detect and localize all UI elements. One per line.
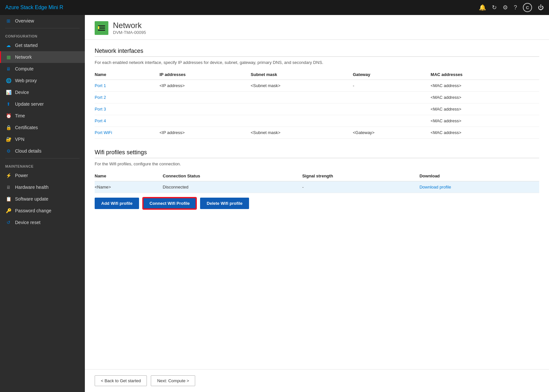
help-icon[interactable]: ? xyxy=(514,5,517,10)
sidebar-item-certificates[interactable]: 🔒 Certificates xyxy=(0,122,85,133)
sidebar-item-web-proxy-label: Web proxy xyxy=(15,78,37,83)
power-icon[interactable]: ⏻ xyxy=(538,5,544,10)
sidebar-item-vpn[interactable]: 🔐 VPN xyxy=(0,133,85,145)
sidebar-item-software-update[interactable]: 📋 Software update xyxy=(0,193,85,205)
sidebar-item-password-change[interactable]: 🔑 Password change xyxy=(0,205,85,217)
sidebar-item-overview-label: Overview xyxy=(15,18,34,23)
bell-icon[interactable]: 🔔 xyxy=(479,5,486,10)
sidebar-item-time-label: Time xyxy=(15,113,25,118)
network-interfaces-divider xyxy=(95,56,539,57)
port3-ip xyxy=(160,103,251,115)
topbar: Azure Stack Edge Mini R 🔔 ↻ ⚙ ? C ⏻ xyxy=(0,0,549,15)
network-interfaces-table: Name IP addresses Subnet mask Gateway MA… xyxy=(95,69,539,139)
sidebar: ⊞ Overview CONFIGURATION ☁ Get started ▦… xyxy=(0,15,85,392)
sidebar-item-update-server-label: Update server xyxy=(15,101,44,107)
refresh-icon[interactable]: ↻ xyxy=(492,5,497,10)
settings-icon[interactable]: ⚙ xyxy=(503,5,508,10)
main-content: Network DVM-TMA-00095 Network interfaces… xyxy=(85,15,549,392)
sidebar-item-overview[interactable]: ⊞ Overview xyxy=(0,15,85,27)
svg-rect-3 xyxy=(98,30,105,31)
back-button[interactable]: < Back to Get started xyxy=(95,375,147,386)
overview-icon: ⊞ xyxy=(5,18,12,23)
wifi-col-name: Name xyxy=(95,171,163,181)
port4-gateway xyxy=(353,115,431,127)
table-row: Port 2 <MAC address> xyxy=(95,92,539,103)
col-gateway: Gateway xyxy=(353,69,431,80)
col-ip: IP addresses xyxy=(160,69,251,80)
sidebar-item-time[interactable]: ⏰ Time xyxy=(0,110,85,122)
table-row: <Name> Disconnected - Download profile xyxy=(95,181,539,193)
table-row: Port WiFi <IP address> <Subnet mask> <Ga… xyxy=(95,127,539,139)
topbar-icons: 🔔 ↻ ⚙ ? C ⏻ xyxy=(479,3,544,12)
sidebar-item-device-reset[interactable]: ↺ Device reset xyxy=(0,217,85,228)
port-wifi-gateway: <Gateway> xyxy=(353,127,431,139)
next-button[interactable]: Next: Compute > xyxy=(151,375,195,386)
download-profile-link[interactable]: Download profile xyxy=(419,185,451,189)
wifi-table-header-row: Name Connection Status Signal strength D… xyxy=(95,171,539,181)
connect-wifi-profile-button[interactable]: Connect Wifi Profile xyxy=(143,198,196,209)
wifi-buttons-row: Add Wifi profile Connect Wifi Profile De… xyxy=(95,198,539,209)
sidebar-item-get-started[interactable]: ☁ Get started xyxy=(0,39,85,51)
get-started-icon: ☁ xyxy=(5,43,12,48)
wifi-col-signal: Signal strength xyxy=(302,171,419,181)
page-header-icon xyxy=(95,21,108,35)
port3-link[interactable]: Port 3 xyxy=(95,107,106,112)
page-header-text: Network DVM-TMA-00095 xyxy=(113,21,146,35)
sidebar-divider-maintenance xyxy=(5,158,80,158)
wifi-profiles-table: Name Connection Status Signal strength D… xyxy=(95,171,539,193)
port1-gateway: - xyxy=(353,80,431,92)
wifi-profiles-desc: For the Wifi profiles, configure the con… xyxy=(95,161,539,166)
port3-gateway xyxy=(353,103,431,115)
sidebar-item-compute-label: Compute xyxy=(15,66,34,71)
svg-rect-5 xyxy=(98,26,99,29)
sidebar-item-power[interactable]: ⚡ Power xyxy=(0,170,85,181)
wifi-profiles-section: Wifi profiles settings For the Wifi prof… xyxy=(95,149,539,209)
time-icon: ⏰ xyxy=(5,113,12,118)
cloud-details-icon: ⚙ xyxy=(5,148,12,154)
port2-mac: <MAC address> xyxy=(431,92,539,103)
sidebar-item-certificates-label: Certificates xyxy=(15,125,38,130)
port1-ip: <IP address> xyxy=(160,80,251,92)
add-wifi-profile-button[interactable]: Add Wifi profile xyxy=(95,198,139,209)
app-title: Azure Stack Edge Mini R xyxy=(5,5,479,10)
network-table-header-row: Name IP addresses Subnet mask Gateway MA… xyxy=(95,69,539,80)
port-wifi-subnet: <Subnet mask> xyxy=(251,127,353,139)
sidebar-item-network[interactable]: ▦ Network xyxy=(0,51,85,63)
port-wifi-link[interactable]: Port WiFi xyxy=(95,130,112,135)
port4-ip xyxy=(160,115,251,127)
port4-mac: <MAC address> xyxy=(431,115,539,127)
col-mac: MAC addresses xyxy=(431,69,539,80)
delete-wifi-profile-button[interactable]: Delete Wifi profile xyxy=(200,198,249,209)
sidebar-item-web-proxy[interactable]: 🌐 Web proxy xyxy=(0,75,85,86)
sidebar-item-cloud-details[interactable]: ⚙ Cloud details xyxy=(0,145,85,157)
password-change-icon: 🔑 xyxy=(5,208,12,213)
sidebar-item-cloud-details-label: Cloud details xyxy=(15,148,41,154)
port2-link[interactable]: Port 2 xyxy=(95,95,106,100)
wifi-row-signal: - xyxy=(302,181,419,193)
port1-link[interactable]: Port 1 xyxy=(95,83,106,88)
sidebar-maintenance-section: MAINTENANCE xyxy=(0,160,85,170)
sidebar-item-software-update-label: Software update xyxy=(15,196,48,202)
sidebar-item-compute[interactable]: 🖥 Compute xyxy=(0,63,85,75)
port3-mac: <MAC address> xyxy=(431,103,539,115)
wifi-profiles-divider xyxy=(95,158,539,158)
copyright-icon[interactable]: C xyxy=(523,3,532,12)
network-icon: ▦ xyxy=(5,54,12,60)
network-interfaces-desc: For each enabled network interface, spec… xyxy=(95,60,539,65)
port1-subnet: <Subnet mask> xyxy=(251,80,353,92)
sidebar-item-device-label: Device xyxy=(15,90,29,95)
sidebar-item-update-server[interactable]: ⬆ Update server xyxy=(0,98,85,110)
port4-link[interactable]: Port 4 xyxy=(95,118,106,123)
sidebar-item-password-change-label: Password change xyxy=(15,208,51,213)
port-wifi-ip: <IP address> xyxy=(160,127,251,139)
page-title: Network xyxy=(113,21,146,30)
sidebar-item-vpn-label: VPN xyxy=(15,137,24,142)
wifi-row-status: Disconnected xyxy=(163,181,302,193)
web-proxy-icon: 🌐 xyxy=(5,78,12,83)
power-sidebar-icon: ⚡ xyxy=(5,173,12,178)
hardware-health-icon: 🖥 xyxy=(5,185,12,190)
sidebar-item-hardware-health[interactable]: 🖥 Hardware health xyxy=(0,181,85,193)
vpn-icon: 🔐 xyxy=(5,137,12,142)
sidebar-item-device[interactable]: 📊 Device xyxy=(0,86,85,98)
software-update-icon: 📋 xyxy=(5,196,12,202)
